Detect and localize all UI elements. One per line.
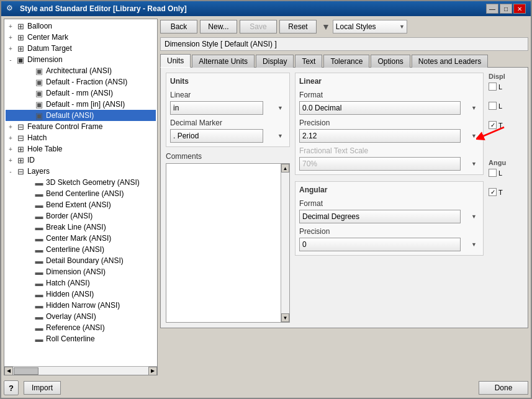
tree-item-label: Bend Centerline (ANSI)	[46, 189, 124, 198]
tree-expander: +	[7, 22, 14, 30]
tree-item[interactable]: ▬Dimension (ANSI)	[6, 266, 156, 277]
window-title: Style and Standard Editor [Library - Rea…	[20, 4, 187, 13]
decimal-marker-select[interactable]: . Period , Comma	[170, 129, 263, 143]
angular-format-group: Format Decimal Degrees Degrees Minutes S…	[299, 199, 479, 223]
tree-item[interactable]: ▬Overlay (ANSI)	[6, 311, 156, 322]
linear-select[interactable]: in mm cm ft	[170, 101, 263, 115]
angular-format-wrapper: Decimal Degrees Degrees Minutes Seconds …	[299, 210, 479, 223]
main-window: ⚙ Style and Standard Editor [Library - R…	[0, 0, 532, 399]
angular-display-title: Angu	[489, 159, 523, 166]
fractional-scale-group: Fractional Text Scale 70% 50% 100%	[299, 146, 479, 171]
minimize-button[interactable]: —	[486, 4, 498, 14]
filter-select[interactable]: Local Styles	[333, 20, 407, 34]
tree-item[interactable]: ▣Default - mm [in] (ANSI)	[6, 99, 156, 110]
tree-item[interactable]: ▣Default - mm (ANSI)	[6, 87, 156, 99]
tab-display[interactable]: Display	[256, 55, 294, 68]
tree-item[interactable]: +⊞Balloon	[6, 20, 156, 32]
comments-textarea[interactable]	[166, 164, 281, 322]
tree-item[interactable]: +⊞ID	[6, 155, 156, 166]
tabs-container: UnitsAlternate UnitsDisplayTextTolerance…	[160, 53, 528, 328]
scroll-up[interactable]: ▲	[281, 164, 289, 173]
filter-icon: ▼	[322, 22, 330, 32]
tab-left-column: Units Linear in mm cm ft	[166, 73, 290, 323]
hscroll-right[interactable]: ▶	[148, 367, 157, 375]
tree-item[interactable]: ▬Centerline (ANSI)	[6, 244, 156, 255]
angular-check-1: L	[489, 169, 523, 177]
precision-select[interactable]: 2.12 0 0.0 0.00 0.000	[299, 129, 461, 143]
format-select[interactable]: 0.0 Decimal Fractional Scientific	[299, 101, 461, 115]
tree-item-label: Detail Boundary (ANSI)	[46, 256, 124, 265]
tree-scroll[interactable]: +⊞Balloon+⊞Center Mark+⊞Datum Target-▣Di…	[4, 19, 157, 366]
tree-item[interactable]: +⊞Hole Table	[6, 143, 156, 155]
linear-format-group: Format 0.0 Decimal Fractional Scientific	[299, 91, 479, 115]
tree-item[interactable]: +⊞Center Mark	[6, 32, 156, 43]
tree-item[interactable]: -⊟Layers	[6, 166, 156, 177]
tree-item[interactable]: ▬Hidden (ANSI)	[6, 289, 156, 300]
tree-item[interactable]: ▣Architectural (ANSI)	[6, 65, 156, 76]
tree-item[interactable]: ▣Default - Fraction (ANSI)	[6, 76, 156, 87]
angular-format-label: Format	[299, 199, 479, 208]
title-bar: ⚙ Style and Standard Editor [Library - R…	[1, 1, 531, 16]
maximize-button[interactable]: □	[500, 4, 512, 14]
angular-checkbox-2[interactable]: ✓	[489, 188, 497, 196]
tree-item-label: Hatch (ANSI)	[46, 279, 90, 287]
tab-notes-and-leaders[interactable]: Notes and Leaders	[412, 55, 488, 68]
tree-item[interactable]: ▬Break Line (ANSI)	[6, 222, 156, 233]
textarea-vscroll[interactable]: ▲ ▼	[281, 164, 289, 322]
back-button[interactable]: Back	[160, 20, 197, 34]
tree-icon: ⊟	[16, 122, 25, 132]
comments-wrapper: ▲ ▼	[166, 163, 290, 323]
scroll-down[interactable]: ▼	[281, 313, 289, 322]
tree-item[interactable]: +⊞Datum Target	[6, 43, 156, 54]
tree-item[interactable]: ▬3D Sketch Geometry (ANSI)	[6, 177, 156, 188]
tree-item[interactable]: ▬Detail Boundary (ANSI)	[6, 255, 156, 266]
tree-item[interactable]: ▬Center Mark (ANSI)	[6, 233, 156, 244]
right-panel: Back New... Save Reset ▼ Local Styles Di…	[160, 19, 528, 375]
tab-alternate-units[interactable]: Alternate Units	[192, 55, 255, 68]
tree-item[interactable]: ▬Hatch (ANSI)	[6, 277, 156, 289]
tab-options[interactable]: Options	[371, 55, 410, 68]
tree-item[interactable]: ▬Roll Centerline	[6, 333, 156, 344]
hscroll-left[interactable]: ◀	[4, 367, 13, 375]
import-button[interactable]: Import	[24, 381, 61, 395]
tab-text[interactable]: Text	[295, 55, 322, 68]
display-checkbox-3[interactable]: ✓	[489, 121, 497, 129]
reset-button[interactable]: Reset	[279, 20, 317, 34]
display-checkbox-1[interactable]	[489, 83, 497, 91]
tree-item-label: Datum Target	[27, 44, 72, 53]
new-button[interactable]: New...	[200, 20, 237, 34]
help-button[interactable]: ?	[4, 380, 19, 395]
tree-icon: ⊞	[16, 43, 25, 53]
done-button[interactable]: Done	[479, 381, 528, 395]
angular-checkbox-1[interactable]	[489, 169, 497, 177]
linear-precision-label: Precision	[299, 119, 479, 127]
tree-hscroll[interactable]: ◀ ▶	[4, 366, 157, 375]
close-button[interactable]: ✕	[513, 4, 526, 14]
tab-tolerance[interactable]: Tolerance	[323, 55, 369, 68]
angular-precision-select[interactable]: 0 0.0 0.00	[299, 238, 461, 251]
decimal-marker-label: Decimal Marker	[170, 119, 286, 127]
tree-item[interactable]: ▬Hidden Narrow (ANSI)	[6, 300, 156, 311]
tree-item[interactable]: +⊟Hatch	[6, 132, 156, 143]
angular-precision-label: Precision	[299, 227, 479, 236]
angular-format-select[interactable]: Decimal Degrees Degrees Minutes Seconds …	[299, 210, 461, 223]
tree-expander	[25, 101, 33, 108]
display-checks-column: Displ L L	[489, 73, 523, 323]
tree-item[interactable]: -▣Dimension	[6, 54, 156, 65]
display-checkboxes: L L ✓ T	[489, 83, 523, 129]
tree-item[interactable]: +⊟Feature Control Frame	[6, 121, 156, 132]
tree-item[interactable]: ▬Border (ANSI)	[6, 210, 156, 222]
tab-units[interactable]: Units	[160, 54, 191, 68]
tree-expander	[25, 190, 33, 197]
fractional-scale-select[interactable]: 70% 50% 100%	[299, 157, 461, 171]
decimal-marker-wrapper: . Period , Comma	[170, 129, 286, 143]
tree-item[interactable]: ▬Bend Extent (ANSI)	[6, 199, 156, 210]
tree-item[interactable]: ▣Default (ANSI)	[6, 110, 156, 121]
tree-item-label: Default - mm (ANSI)	[46, 89, 113, 97]
tree-item[interactable]: ▬Bend Centerline (ANSI)	[6, 188, 156, 199]
display-checkbox-2[interactable]	[489, 102, 497, 110]
tree-icon: ▬	[34, 256, 44, 266]
tree-item-label: Reference (ANSI)	[46, 323, 105, 332]
save-button[interactable]: Save	[240, 20, 277, 34]
tree-item[interactable]: ▬Reference (ANSI)	[6, 322, 156, 333]
